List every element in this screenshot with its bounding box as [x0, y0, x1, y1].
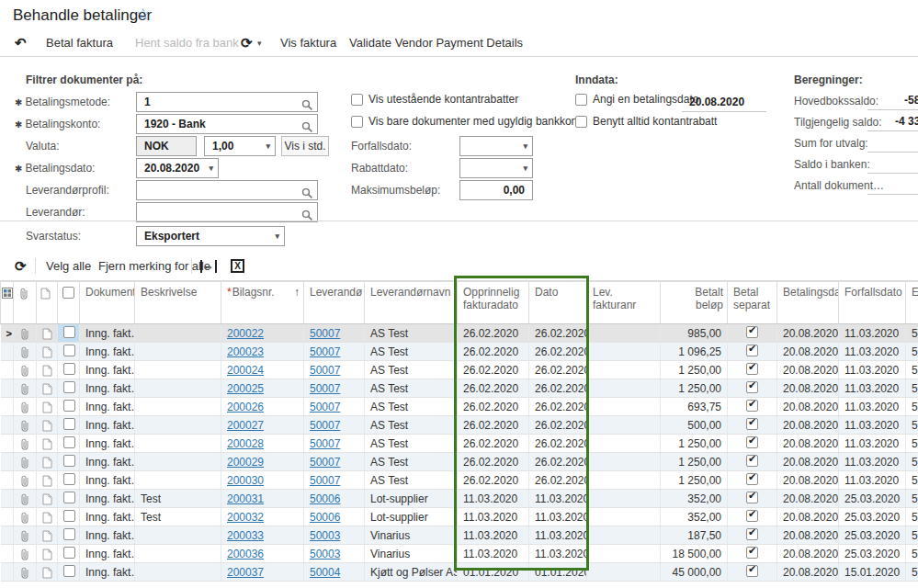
bilagsnr-cell[interactable]: 200037 [221, 563, 304, 582]
betalingskonto-field[interactable]: 1920 - Bank [136, 114, 318, 134]
row-checkbox[interactable] [58, 526, 80, 545]
table-row[interactable]: Inng. fakt…20002550007AS Test26.02.20202… [1, 379, 918, 398]
bilagsnr-cell[interactable]: 200023 [221, 343, 304, 361]
betal-separat-cell[interactable] [728, 563, 777, 582]
betal-separat-cell[interactable] [728, 471, 777, 490]
search-icon[interactable] [301, 96, 313, 114]
checkbox-icon[interactable] [575, 116, 587, 128]
bilagsnr-cell[interactable]: 200029 [221, 453, 304, 471]
note-icon[interactable] [37, 545, 58, 563]
leverandor-cell[interactable]: 50007 [304, 453, 365, 471]
table-row[interactable]: Inng. fakt…20003650003Vinarius11.03.2020… [1, 545, 918, 563]
table-row[interactable]: Inng. fakt…20002750007AS Test26.02.20202… [1, 416, 918, 435]
leverandor-cell[interactable]: 50007 [304, 343, 365, 361]
header-bilagsnr[interactable]: ↑*Bilagsnr. [221, 282, 304, 324]
leverandor-link[interactable]: 50007 [310, 364, 340, 377]
betal-separat-cell[interactable] [728, 508, 777, 526]
table-row[interactable]: Inng. fakt…20003050007AS Test26.02.20202… [1, 471, 918, 490]
angi-betalingsdato-checkbox[interactable]: Angi en betalingsdato [575, 93, 698, 106]
betalingsmetode-field[interactable]: 1 [136, 92, 318, 112]
undo-icon[interactable]: ↶ [15, 30, 27, 56]
attachment-icon[interactable] [14, 545, 37, 563]
leverandor-link[interactable]: 50003 [310, 529, 340, 542]
table-row[interactable]: Inng. fakt…20003750004Kjøtt og Pølser AS… [1, 563, 918, 582]
fit-columns-icon[interactable]: ↔ [200, 260, 217, 273]
betal-separat-cell[interactable] [728, 435, 777, 453]
leverandor-cell[interactable]: 50007 [304, 379, 365, 398]
betal-faktura-button[interactable]: Betal faktura [46, 30, 113, 56]
bilagsnr-cell[interactable]: 200030 [221, 471, 304, 490]
bilagsnr-link[interactable]: 200027 [227, 419, 264, 432]
betal-separat-cell[interactable] [728, 490, 777, 508]
attachment-icon[interactable] [14, 490, 37, 508]
row-checkbox[interactable] [58, 435, 80, 453]
checkbox-icon[interactable] [575, 94, 587, 106]
leverandor-link[interactable]: 50007 [310, 474, 340, 487]
leverandor-cell[interactable]: 50007 [304, 416, 365, 435]
leverandor-link[interactable]: 50007 [310, 327, 340, 340]
checkbox-icon[interactable] [351, 94, 363, 106]
header-forfallsdato[interactable]: Forfallsdato [839, 282, 906, 324]
attachment-icon[interactable] [14, 343, 37, 361]
betal-separat-cell[interactable] [728, 545, 777, 563]
betal-separat-checkbox[interactable] [746, 473, 758, 485]
leverandor-link[interactable]: 50007 [310, 456, 340, 469]
leverandor-link[interactable]: 50007 [310, 437, 340, 450]
bilagsnr-cell[interactable]: 200024 [221, 361, 304, 379]
betal-separat-cell[interactable] [728, 379, 777, 398]
note-icon[interactable] [37, 379, 58, 398]
leverandor-cell[interactable]: 50007 [304, 398, 365, 416]
note-icon[interactable] [37, 435, 58, 453]
attachment-icon[interactable] [14, 398, 37, 416]
note-icon[interactable] [37, 471, 58, 490]
forfallsdato-dropdown[interactable]: ▾ [459, 136, 533, 156]
leverandor-link[interactable]: 50003 [310, 548, 340, 560]
bilagsnr-cell[interactable]: 200033 [221, 526, 304, 545]
bilagsnr-link[interactable]: 200033 [227, 529, 264, 542]
leverandor-link[interactable]: 50007 [310, 382, 340, 395]
note-icon[interactable] [37, 343, 58, 361]
svarstatus-dropdown[interactable]: Eksportert▾ [136, 226, 285, 246]
header-betalt-belop[interactable]: Betalt beløp [661, 282, 728, 324]
note-icon[interactable] [37, 416, 58, 435]
bilagsnr-cell[interactable]: 200022 [221, 324, 304, 343]
refresh-icon[interactable]: ⟳ [241, 30, 253, 56]
betal-separat-cell[interactable] [728, 343, 777, 361]
leverandor-field[interactable] [136, 202, 318, 222]
bilagsnr-cell[interactable]: 200025 [221, 379, 304, 398]
attachment-icon[interactable] [14, 453, 37, 471]
leverandor-link[interactable]: 50007 [310, 401, 340, 413]
note-icon[interactable] [37, 324, 58, 343]
attachment-icon[interactable] [14, 471, 37, 490]
betal-separat-checkbox[interactable] [746, 510, 758, 522]
table-row[interactable]: Inng. fakt…20002650007AS Test26.02.20202… [1, 398, 918, 416]
bilagsnr-link[interactable]: 200026 [227, 401, 264, 413]
betal-separat-checkbox[interactable] [746, 400, 758, 412]
header-leverandor[interactable]: Leverandø [304, 282, 365, 324]
row-checkbox[interactable] [58, 508, 80, 526]
note-icon[interactable] [37, 398, 58, 416]
note-icon[interactable] [37, 508, 58, 526]
checkbox-icon[interactable] [351, 116, 363, 128]
table-row[interactable]: Inng. fakt…20003350003Vinarius11.03.2020… [1, 526, 918, 545]
vis-faktura-button[interactable]: Vis faktura [280, 30, 336, 56]
leverandor-cell[interactable]: 50006 [304, 490, 365, 508]
betal-separat-cell[interactable] [728, 398, 777, 416]
betal-separat-checkbox[interactable] [746, 326, 758, 338]
velg-alle-button[interactable]: Velg alle [46, 252, 91, 280]
attachment-icon[interactable] [14, 361, 37, 379]
betal-separat-cell[interactable] [728, 361, 777, 379]
leverandor-cell[interactable]: 50007 [304, 435, 365, 453]
bilagsnr-link[interactable]: 200029 [227, 456, 264, 469]
leverandor-link[interactable]: 50006 [310, 492, 340, 505]
export-excel-icon[interactable]: X [231, 259, 244, 273]
betal-separat-checkbox[interactable] [746, 528, 758, 540]
header-opprinnelig-fakturadato[interactable]: Opprinnelig fakturadato [458, 282, 529, 324]
header-dato[interactable]: Dato [529, 282, 587, 324]
header-dokument[interactable]: Dokument [80, 282, 135, 324]
leverandor-link[interactable]: 50004 [310, 566, 340, 579]
betal-separat-checkbox[interactable] [746, 455, 758, 467]
leverandor-cell[interactable]: 50004 [304, 563, 365, 582]
note-icon[interactable] [37, 361, 58, 379]
header-grid-settings[interactable] [1, 282, 14, 324]
